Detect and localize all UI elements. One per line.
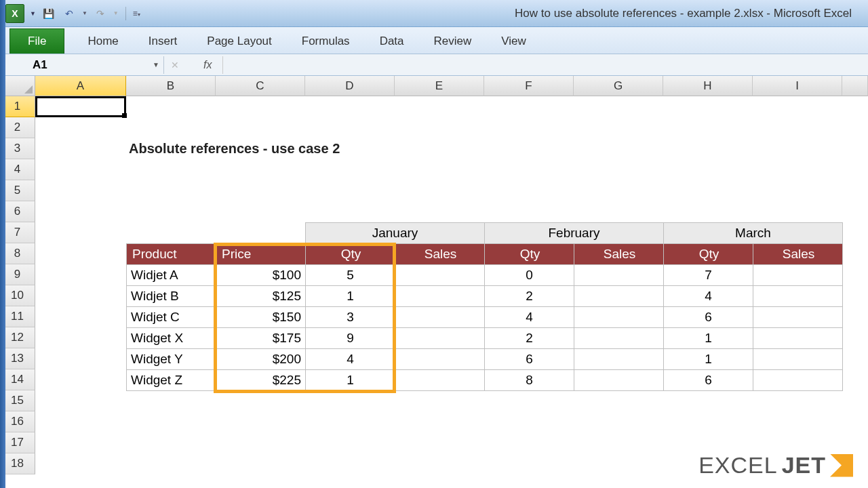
cell[interactable]	[574, 349, 664, 370]
cell[interactable]: 8	[485, 370, 574, 391]
cell[interactable]: Widjet B	[127, 286, 216, 307]
cell[interactable]: 2	[485, 328, 574, 349]
cell[interactable]	[574, 265, 664, 286]
quick-access-toolbar: X ▼ 💾 ↶ ▼ ↷ ▼ ≡▾	[0, 4, 140, 23]
column-header[interactable]: D	[305, 76, 395, 96]
cell[interactable]: $150	[216, 307, 306, 328]
worksheet-grid[interactable]: ABCDEFGHI 123456789101112131415161718 Ab…	[0, 76, 868, 488]
table-row: Widjet A$100507	[127, 265, 843, 286]
cell[interactable]: 1	[306, 370, 395, 391]
cell[interactable]: $125	[216, 286, 306, 307]
cell[interactable]: 9	[306, 328, 395, 349]
cell[interactable]: Widget X	[127, 328, 216, 349]
name-box[interactable]: A1 ▼	[0, 56, 164, 74]
cell[interactable]	[574, 328, 664, 349]
cell[interactable]	[574, 307, 664, 328]
column-header[interactable]: A	[35, 76, 126, 96]
cell[interactable]	[753, 370, 843, 391]
cell[interactable]: 4	[485, 307, 574, 328]
cells-area[interactable]: Absolute references - use case 2 January…	[35, 96, 868, 488]
cell[interactable]	[395, 349, 485, 370]
table-row: Widjet C$150346	[127, 307, 843, 328]
cell[interactable]	[753, 265, 843, 286]
cell[interactable]: 4	[306, 349, 395, 370]
cell[interactable]	[753, 328, 843, 349]
cell[interactable]: 6	[664, 370, 753, 391]
cell[interactable]: 0	[485, 265, 574, 286]
logo-icon	[830, 454, 853, 477]
column-header[interactable]: G	[574, 76, 663, 96]
logo-text-2: JET	[782, 452, 826, 479]
cell[interactable]: Widget Z	[127, 370, 216, 391]
cell[interactable]: 6	[485, 349, 574, 370]
table-row: Widjet B$125124	[127, 286, 843, 307]
header-qty-jan: Qty	[306, 244, 395, 265]
cell[interactable]: 3	[306, 307, 395, 328]
tab-insert[interactable]: Insert	[134, 29, 193, 54]
tab-view[interactable]: View	[486, 29, 541, 54]
cell[interactable]: $175	[216, 328, 306, 349]
cell[interactable]: $225	[216, 370, 306, 391]
column-header[interactable]: H	[663, 76, 753, 96]
cell[interactable]: Widjet C	[127, 307, 216, 328]
formula-controls: ✕ fx	[164, 59, 218, 71]
cell[interactable]: 1	[664, 328, 753, 349]
tab-formulas[interactable]: Formulas	[287, 29, 365, 54]
tab-home[interactable]: Home	[73, 29, 133, 54]
cell[interactable]	[753, 307, 843, 328]
active-cell[interactable]	[35, 96, 126, 117]
cell[interactable]: 1	[306, 286, 395, 307]
column-header[interactable]: B	[126, 76, 216, 96]
tab-page-layout[interactable]: Page Layout	[192, 29, 286, 54]
cell[interactable]: 6	[664, 307, 753, 328]
save-icon[interactable]: 💾	[41, 6, 56, 21]
cell[interactable]: 5	[306, 265, 395, 286]
header-price: Price	[216, 244, 306, 265]
cell[interactable]: $200	[216, 349, 306, 370]
tab-data[interactable]: Data	[365, 29, 419, 54]
month-header-feb: February	[485, 223, 664, 244]
fx-icon[interactable]: fx	[183, 59, 212, 71]
cell[interactable]	[574, 286, 664, 307]
qat-separator	[125, 7, 126, 20]
cell[interactable]	[395, 307, 485, 328]
cell[interactable]: 4	[664, 286, 753, 307]
cell[interactable]	[574, 370, 664, 391]
name-box-dropdown-icon[interactable]: ▼	[153, 61, 159, 68]
qat-customize-icon[interactable]: ≡▾	[133, 9, 140, 18]
cell[interactable]: $100	[216, 265, 306, 286]
cell[interactable]: 7	[664, 265, 753, 286]
formula-input[interactable]	[222, 56, 868, 74]
cell[interactable]	[395, 265, 485, 286]
cell[interactable]: Widget Y	[127, 349, 216, 370]
sheet-title: Absolute references - use case 2	[129, 141, 340, 157]
exceljet-logo: EXCELJET	[698, 452, 853, 479]
cell[interactable]: Widjet A	[127, 265, 216, 286]
cell[interactable]	[395, 370, 485, 391]
column-header[interactable]: I	[753, 76, 842, 96]
column-header-blank	[842, 76, 868, 96]
cell[interactable]: 2	[485, 286, 574, 307]
cell[interactable]	[395, 328, 485, 349]
tab-review[interactable]: Review	[419, 29, 487, 54]
column-header[interactable]: E	[395, 76, 484, 96]
window-left-border	[0, 0, 5, 488]
cell[interactable]	[395, 286, 485, 307]
column-header[interactable]: F	[484, 76, 574, 96]
name-box-value[interactable]: A1	[0, 58, 159, 72]
excel-app-icon[interactable]: X	[5, 4, 24, 23]
header-qty-mar: Qty	[664, 244, 753, 265]
file-tab[interactable]: File	[9, 28, 64, 54]
column-header[interactable]: C	[216, 76, 305, 96]
window-title: How to use absolute references - example…	[515, 0, 852, 26]
table-row: Widget Y$200461	[127, 349, 843, 370]
cell[interactable]	[753, 286, 843, 307]
titlebar: X ▼ 💾 ↶ ▼ ↷ ▼ ≡▾ How to use absolute ref…	[0, 0, 868, 27]
header-sales-feb: Sales	[574, 244, 664, 265]
cell[interactable]: 1	[664, 349, 753, 370]
undo-dropdown-icon[interactable]: ▼	[82, 10, 87, 16]
undo-icon[interactable]: ↶	[62, 6, 77, 21]
qat-dropdown-icon[interactable]: ▼	[30, 10, 36, 17]
cell[interactable]	[753, 349, 843, 370]
month-header-jan: January	[306, 223, 485, 244]
